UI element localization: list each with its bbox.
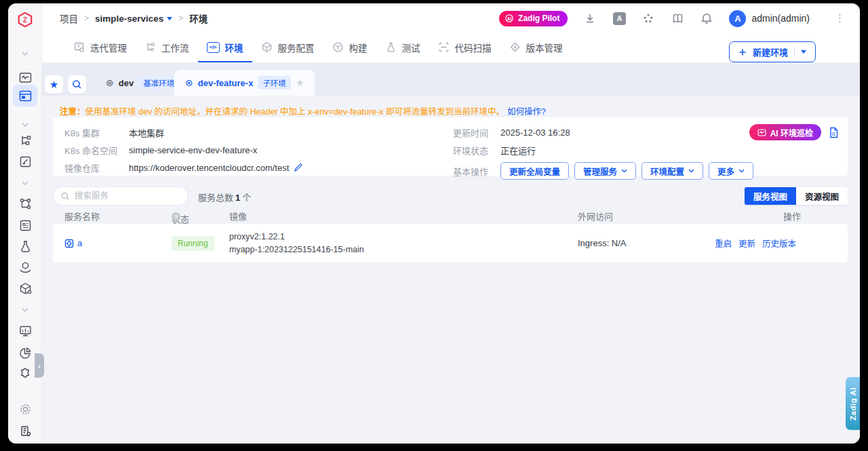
ai-env-inspection-button[interactable]: AI 环境巡检: [749, 124, 821, 140]
sidebar-group-chevron-icon[interactable]: [17, 45, 33, 62]
breadcrumb-root[interactable]: 项目: [60, 12, 78, 25]
env-tab-dev-feature-x[interactable]: ⊛ dev-feature-x 子环境 ★: [174, 70, 315, 96]
service-actions-cell: 重启 更新 历史版本: [715, 224, 796, 262]
help-question-icon[interactable]: ?: [172, 212, 180, 221]
traffic-notice: 注意：使用基准环境 dev 的访问地址，并在请求的 Header 中加上 x-e…: [60, 104, 546, 117]
environment-circle-icon: ⊛: [185, 78, 193, 87]
notifications-bell-icon[interactable]: [700, 12, 713, 25]
favorite-filter-button[interactable]: ★: [45, 75, 63, 94]
service-access-cell: Ingress: N/A: [578, 224, 627, 262]
sidebar-item-settings-icon[interactable]: [17, 401, 33, 417]
iteration-icon: [73, 41, 85, 53]
chevron-down-icon: [801, 50, 806, 54]
favorite-star-icon[interactable]: ★: [296, 78, 304, 87]
sidebar-item-templates-icon[interactable]: [17, 217, 33, 233]
image-line: myapp-1:20231225151416-15-main: [229, 245, 364, 254]
breadcrumb-project-dropdown[interactable]: simple-services: [95, 14, 172, 24]
more-options-icon[interactable]: ⋮: [835, 12, 845, 24]
tab-code-scan[interactable]: 代码扫描: [429, 33, 500, 62]
sidebar-item-plugins-icon[interactable]: [17, 366, 33, 382]
notice-how-to-link[interactable]: 如何操作?: [507, 107, 546, 117]
sidebar-item-workflows-icon[interactable]: [17, 132, 33, 149]
search-environments-button[interactable]: [68, 75, 86, 94]
edit-pencil-icon[interactable]: [294, 163, 302, 172]
chevron-down-icon: [738, 169, 745, 173]
more-actions-button[interactable]: 更多: [709, 162, 753, 180]
sidebar-item-environments-icon[interactable]: [17, 87, 33, 104]
sidebar-item-dashboard-icon[interactable]: [17, 323, 33, 339]
service-name: a: [77, 238, 82, 248]
env-type-badge: 基准环境: [138, 76, 179, 90]
env-tab-name: dev-feature-x: [198, 78, 254, 88]
docs-book-icon[interactable]: [671, 12, 684, 25]
tab-builds[interactable]: 构建: [323, 33, 376, 62]
ai-inspection-label: AI 环境巡检: [770, 127, 813, 138]
sidebar-group-chevron-icon[interactable]: [17, 175, 33, 191]
basic-ops-label: 基本操作: [453, 165, 500, 178]
column-service-name: 服务名称: [64, 210, 100, 222]
manage-services-button[interactable]: 管理服务: [574, 162, 636, 180]
history-action[interactable]: 历史版本: [762, 237, 796, 250]
avatar: A: [729, 10, 746, 27]
report-document-icon[interactable]: [828, 127, 840, 138]
new-environment-button[interactable]: 新建环境: [729, 41, 816, 62]
update-global-vars-button[interactable]: 更新全局变量: [500, 162, 569, 180]
update-action[interactable]: 更新: [738, 237, 755, 250]
sidebar-item-insight-icon[interactable]: [17, 69, 33, 85]
sidebar-item-test-plan-icon[interactable]: [17, 153, 33, 170]
svg-text:AI: AI: [507, 16, 512, 21]
tab-iteration-management[interactable]: 迭代管理: [64, 33, 136, 62]
sidebar-item-services-icon[interactable]: [17, 195, 33, 212]
zadig-pilot-button[interactable]: AI Zadig Pilot: [499, 11, 568, 26]
sidebar-item-artifacts-icon[interactable]: [17, 280, 33, 296]
tab-service-config[interactable]: 服务配置: [252, 33, 323, 62]
version-icon: [509, 41, 521, 53]
k8s-cluster-value: 本地集群: [129, 126, 164, 139]
view-toggle: 服务视图 资源视图: [745, 187, 848, 205]
image-line: proxyv2:1.22.1: [229, 232, 285, 241]
sidebar-item-delivery-icon[interactable]: [17, 259, 33, 275]
zadig-ai-assistant-tab[interactable]: Zadig AI: [846, 377, 860, 430]
tab-label: 构建: [349, 41, 368, 54]
sidebar-item-organization-icon[interactable]: [17, 423, 33, 439]
apps-dots-icon[interactable]: [642, 12, 655, 25]
ingress-value: Ingress: N/A: [578, 238, 627, 248]
chevron-down-icon: [688, 169, 694, 173]
code-scan-icon: [438, 41, 450, 53]
service-images-cell: proxyv2:1.22.1 myapp-1:20231225151416-15…: [229, 224, 364, 262]
username: admin(admin): [751, 13, 810, 24]
search-icon: [61, 192, 70, 201]
sidebar-item-testing-icon[interactable]: [17, 238, 33, 254]
breadcrumb-separator: >: [178, 14, 183, 23]
app-window: Z: [8, 3, 860, 444]
tab-version-management[interactable]: 版本管理: [500, 33, 572, 62]
image-registry-value: https://koderover.tencentcloudcr.com/tes…: [129, 163, 289, 173]
tab-label: 服务配置: [278, 41, 315, 54]
environment-icon: [207, 42, 220, 53]
tab-label: 版本管理: [526, 41, 563, 54]
service-search-input[interactable]: [75, 191, 176, 201]
zadig-logo-icon[interactable]: Z: [17, 12, 33, 28]
user-menu[interactable]: A admin(admin): [729, 10, 810, 27]
workflow-icon: [144, 41, 156, 53]
tab-environments[interactable]: 环境: [198, 33, 252, 62]
star-icon: ★: [50, 79, 58, 90]
tab-tests[interactable]: 测试: [376, 33, 429, 62]
service-name-link[interactable]: a: [64, 224, 82, 262]
breadcrumb-separator: >: [84, 14, 89, 23]
resource-view-button[interactable]: 资源视图: [796, 187, 848, 205]
service-search[interactable]: [53, 187, 189, 205]
translate-icon[interactable]: A: [612, 12, 626, 25]
environment-info-card: K8s 集群 本地集群 K8s 命名空间 simple-service-env-…: [53, 117, 848, 176]
env-config-button[interactable]: 环境配置: [642, 162, 703, 180]
sidebar-group-chevron-icon[interactable]: [17, 117, 33, 133]
breadcrumb-page: 环境: [189, 12, 208, 25]
restart-action[interactable]: 重启: [715, 237, 732, 250]
service-view-button[interactable]: 服务视图: [745, 187, 796, 205]
svg-text:Z: Z: [23, 16, 27, 24]
tab-workflows[interactable]: 工作流: [136, 33, 198, 62]
sidebar-group-chevron-icon[interactable]: [17, 302, 33, 318]
sidebar-item-efficiency-icon[interactable]: [17, 345, 33, 361]
download-icon[interactable]: [583, 12, 597, 25]
sidebar-expand-handle[interactable]: [35, 353, 44, 378]
